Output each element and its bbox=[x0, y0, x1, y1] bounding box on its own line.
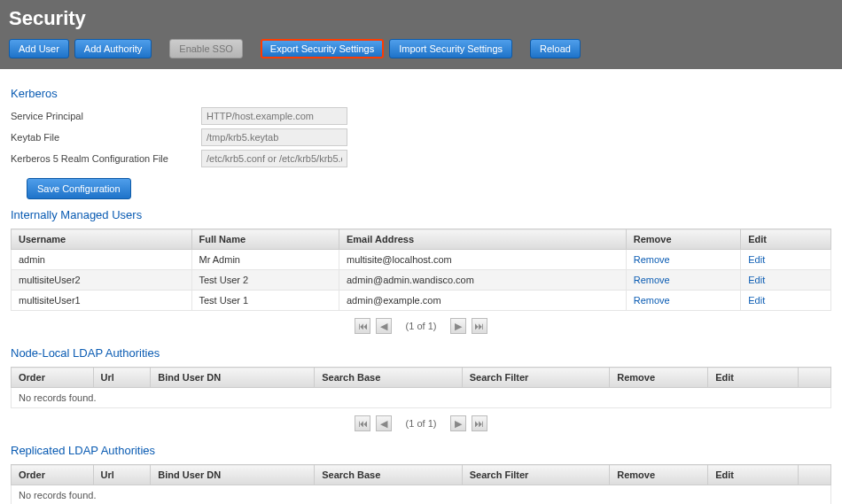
col-bind: Bind User DN bbox=[151, 465, 315, 485]
pager-next-icon[interactable]: ▶ bbox=[450, 415, 466, 431]
realm-config-label: Kerberos 5 Realm Configuration File bbox=[11, 153, 201, 164]
remove-link[interactable]: Remove bbox=[634, 254, 670, 265]
cell-fullname: Test User 2 bbox=[191, 270, 339, 291]
table-row: multisiteUser1Test User 1admin@example.c… bbox=[12, 291, 831, 311]
enable-sso-button: Enable SSO bbox=[169, 39, 243, 58]
pager-label: (1 of 1) bbox=[406, 418, 437, 429]
edit-link[interactable]: Edit bbox=[748, 275, 765, 285]
export-security-settings-button[interactable]: Export Security Settings bbox=[261, 39, 384, 58]
col-edit: Edit bbox=[708, 465, 799, 485]
remove-link[interactable]: Remove bbox=[634, 295, 670, 306]
users-pager: ⏮ ◀ (1 of 1) ▶ ⏭ bbox=[11, 318, 831, 334]
cell-username: multisiteUser2 bbox=[12, 270, 192, 291]
pager-first-icon[interactable]: ⏮ bbox=[355, 415, 370, 431]
local-ldap-heading: Node-Local LDAP Authorities bbox=[11, 346, 831, 360]
realm-config-input[interactable] bbox=[201, 150, 347, 167]
col-username: Username bbox=[12, 229, 192, 250]
local-ldap-pager: ⏮ ◀ (1 of 1) ▶ ⏭ bbox=[11, 415, 831, 431]
users-table: Username Full Name Email Address Remove … bbox=[11, 229, 831, 311]
content: Kerberos Service Principal Keytab File K… bbox=[0, 69, 842, 504]
add-user-button[interactable]: Add User bbox=[9, 39, 69, 58]
service-principal-label: Service Principal bbox=[11, 111, 201, 121]
pager-label: (1 of 1) bbox=[406, 321, 437, 331]
cell-username: admin bbox=[12, 250, 192, 270]
page-title: Security bbox=[9, 7, 833, 30]
col-edit: Edit bbox=[708, 368, 799, 388]
col-search-base: Search Base bbox=[315, 465, 463, 485]
pager-next-icon[interactable]: ▶ bbox=[450, 318, 466, 334]
replicated-ldap-heading: Replicated LDAP Authorities bbox=[11, 444, 831, 457]
import-security-settings-button[interactable]: Import Security Settings bbox=[389, 39, 512, 58]
col-order: Order bbox=[12, 465, 94, 485]
edit-link[interactable]: Edit bbox=[748, 254, 765, 265]
col-search-filter: Search Filter bbox=[462, 465, 610, 485]
col-blank bbox=[799, 368, 831, 388]
keytab-file-label: Keytab File bbox=[11, 132, 201, 143]
users-heading: Internally Managed Users bbox=[11, 208, 831, 221]
cell-email: admin@admin.wandisco.com bbox=[339, 270, 627, 291]
cell-email: admin@example.com bbox=[339, 291, 627, 311]
col-url: Url bbox=[93, 368, 151, 388]
col-fullname: Full Name bbox=[191, 229, 339, 250]
col-url: Url bbox=[93, 465, 151, 485]
col-search-filter: Search Filter bbox=[462, 368, 610, 388]
col-bind: Bind User DN bbox=[151, 368, 315, 388]
pager-prev-icon[interactable]: ◀ bbox=[376, 415, 392, 431]
toolbar: Add User Add Authority Enable SSO Export… bbox=[9, 39, 833, 58]
local-ldap-table: Order Url Bind User DN Search Base Searc… bbox=[11, 367, 831, 408]
service-principal-input[interactable] bbox=[201, 107, 347, 125]
cell-fullname: Mr Admin bbox=[191, 250, 339, 270]
add-authority-button[interactable]: Add Authority bbox=[74, 39, 152, 58]
col-remove: Remove bbox=[610, 368, 708, 388]
reload-button[interactable]: Reload bbox=[530, 39, 581, 58]
pager-last-icon[interactable]: ⏭ bbox=[472, 318, 487, 334]
pager-prev-icon[interactable]: ◀ bbox=[376, 318, 392, 334]
col-edit: Edit bbox=[741, 229, 831, 250]
col-search-base: Search Base bbox=[315, 368, 463, 388]
pager-last-icon[interactable]: ⏭ bbox=[472, 415, 487, 431]
col-remove: Remove bbox=[610, 465, 708, 485]
replicated-ldap-table: Order Url Bind User DN Search Base Searc… bbox=[11, 464, 831, 504]
col-blank bbox=[799, 465, 831, 485]
col-email: Email Address bbox=[339, 229, 627, 250]
replicated-ldap-empty: No records found. bbox=[12, 485, 831, 505]
save-configuration-button[interactable]: Save Configuration bbox=[27, 178, 131, 199]
cell-fullname: Test User 1 bbox=[191, 291, 339, 311]
col-order: Order bbox=[12, 368, 94, 388]
table-row: adminMr Adminmultisite@localhost.comRemo… bbox=[12, 250, 831, 270]
col-remove: Remove bbox=[626, 229, 741, 250]
remove-link[interactable]: Remove bbox=[634, 275, 670, 285]
edit-link[interactable]: Edit bbox=[748, 295, 765, 306]
cell-email: multisite@localhost.com bbox=[339, 250, 627, 270]
header-bar: Security Add User Add Authority Enable S… bbox=[0, 0, 842, 69]
kerberos-heading: Kerberos bbox=[11, 87, 831, 100]
pager-first-icon[interactable]: ⏮ bbox=[355, 318, 370, 334]
keytab-file-input[interactable] bbox=[201, 128, 347, 146]
cell-username: multisiteUser1 bbox=[12, 291, 192, 311]
table-row: multisiteUser2Test User 2admin@admin.wan… bbox=[12, 270, 831, 291]
local-ldap-empty: No records found. bbox=[12, 388, 831, 408]
